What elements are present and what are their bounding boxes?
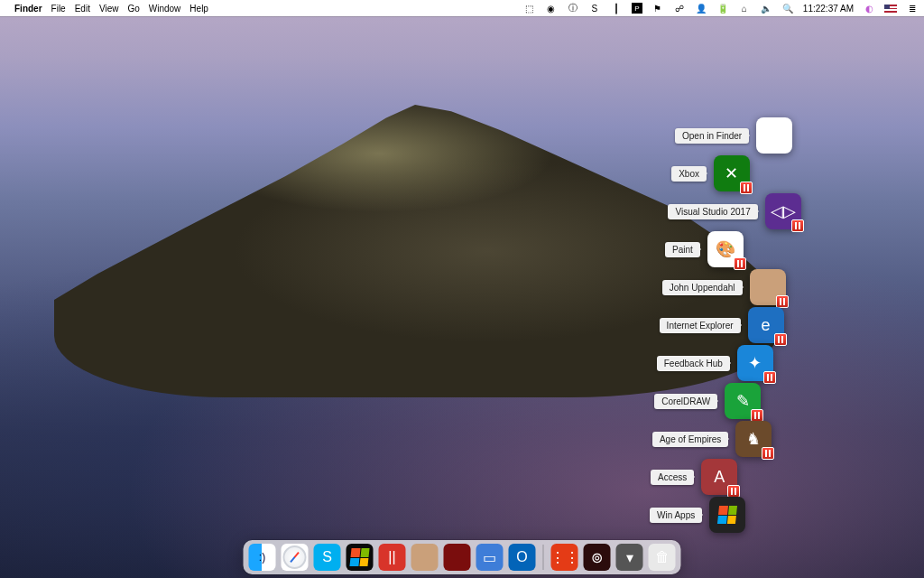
dropbox-icon[interactable]: ⬚ bbox=[523, 3, 536, 14]
menu-go[interactable]: Go bbox=[127, 4, 139, 14]
app-menu[interactable]: Finder bbox=[14, 4, 42, 14]
dock-parallels[interactable]: || bbox=[379, 544, 406, 571]
dock: S||▭O⋮⋮⊚▾🗑 bbox=[244, 540, 681, 574]
win-apps-icon bbox=[709, 497, 745, 533]
menu-edit[interactable]: Edit bbox=[75, 4, 90, 14]
menu-window[interactable]: Window bbox=[149, 4, 181, 14]
age-of-empires-icon: ♞ bbox=[735, 421, 772, 457]
coreldraw-icon: ✎ bbox=[725, 383, 761, 419]
dock-separator bbox=[543, 545, 544, 570]
bar-icon[interactable]: ┃ bbox=[610, 3, 623, 14]
siri-icon[interactable]: ◐ bbox=[863, 3, 875, 14]
battery-icon[interactable]: 🔋 bbox=[716, 3, 729, 14]
clock[interactable]: 11:22:37 AM bbox=[803, 4, 854, 14]
notification-center-icon[interactable]: ≣ bbox=[906, 3, 919, 14]
dock-outlook[interactable]: O bbox=[509, 544, 536, 571]
fan-label: Internet Explorer bbox=[660, 318, 741, 333]
dock-skype[interactable]: S bbox=[314, 544, 341, 571]
dock-windows[interactable] bbox=[346, 544, 374, 571]
shield-icon[interactable]: ⚑ bbox=[651, 3, 664, 14]
dock-display[interactable]: ▭ bbox=[476, 544, 504, 571]
visual-studio-icon: ◁▷ bbox=[765, 193, 801, 229]
feedback-hub-icon: ✦ bbox=[737, 345, 773, 381]
info-icon[interactable]: ⓘ bbox=[567, 3, 579, 14]
fan-label: Feedback Hub bbox=[657, 356, 730, 371]
fan-label: John Uppendahl bbox=[662, 280, 743, 295]
parallels-badge-icon bbox=[774, 333, 787, 346]
volume-icon[interactable]: 🔈 bbox=[760, 3, 772, 14]
input-flag-icon[interactable] bbox=[884, 5, 897, 13]
fan-label: Visual Studio 2017 bbox=[668, 204, 757, 219]
fan-item-access[interactable]: AAccess bbox=[651, 459, 737, 495]
fan-label: Paint bbox=[665, 242, 700, 257]
parallels-badge-icon bbox=[791, 219, 804, 232]
parallels-badge-icon bbox=[776, 295, 789, 308]
fan-item-xbox[interactable]: ✕Xbox bbox=[671, 155, 750, 191]
dock-adobe-cc[interactable]: ⊚ bbox=[584, 544, 611, 571]
fan-item-win-apps[interactable]: Win Apps bbox=[650, 497, 745, 533]
p-square-icon[interactable]: P bbox=[632, 3, 642, 14]
parallels-badge-icon bbox=[762, 447, 774, 460]
spotlight-icon[interactable]: 🔍 bbox=[781, 3, 794, 14]
fan-label: Open in Finder bbox=[675, 128, 749, 144]
fan-label: Win Apps bbox=[650, 508, 702, 523]
parallels-badge-icon bbox=[751, 409, 763, 422]
fan-item-feedback-hub[interactable]: ✦Feedback Hub bbox=[657, 345, 773, 381]
dock-media[interactable] bbox=[444, 544, 471, 571]
doc-icon[interactable]: ☍ bbox=[673, 3, 686, 14]
open-in-finder-icon: ↪ bbox=[756, 117, 792, 154]
dock-office[interactable]: ⋮⋮ bbox=[551, 544, 578, 571]
dock-win-apps-stack[interactable]: ▾ bbox=[616, 544, 643, 571]
fan-item-paint[interactable]: 🎨Paint bbox=[665, 231, 744, 267]
paint-icon: 🎨 bbox=[707, 231, 744, 267]
home-icon[interactable]: ⌂ bbox=[738, 3, 751, 14]
fan-label: Age of Empires bbox=[652, 432, 728, 447]
fan-item-coreldraw[interactable]: ✎CorelDRAW bbox=[654, 383, 761, 419]
parallels-badge-icon bbox=[727, 485, 740, 498]
menu-bar-right: ⬚ ◉ ⓘ S ┃ P ⚑ ☍ 👤 🔋 ⌂ 🔈 🔍 11:22:37 AM ◐ … bbox=[523, 3, 919, 14]
user-icon[interactable]: 👤 bbox=[695, 3, 707, 14]
menu-help[interactable]: Help bbox=[189, 4, 208, 14]
fan-item-visual-studio[interactable]: ◁▷Visual Studio 2017 bbox=[668, 193, 800, 229]
dock-safari[interactable] bbox=[282, 544, 309, 571]
fan-item-open-in-finder[interactable]: ↪Open in Finder bbox=[675, 117, 792, 154]
internet-explorer-icon: e bbox=[748, 307, 784, 343]
john-uppendahl-icon bbox=[750, 269, 786, 305]
fan-label: CorelDRAW bbox=[654, 394, 717, 409]
eye-icon[interactable]: ◉ bbox=[545, 3, 558, 14]
fan-item-john-uppendahl[interactable]: John Uppendahl bbox=[662, 269, 786, 305]
fan-label: Access bbox=[651, 470, 694, 485]
dock-trash[interactable]: 🗑 bbox=[649, 544, 676, 571]
s-icon[interactable]: S bbox=[588, 3, 601, 14]
access-icon: A bbox=[701, 459, 737, 495]
fan-item-age-of-empires[interactable]: ♞Age of Empires bbox=[652, 421, 772, 457]
parallels-badge-icon bbox=[734, 257, 746, 270]
dock-finder[interactable] bbox=[249, 544, 276, 571]
menu-bar: Finder File Edit View Go Window Help ⬚ ◉… bbox=[0, 0, 924, 16]
xbox-icon: ✕ bbox=[714, 155, 750, 191]
parallels-badge-icon bbox=[763, 371, 776, 384]
menu-file[interactable]: File bbox=[51, 4, 66, 14]
menu-view[interactable]: View bbox=[99, 4, 119, 14]
fan-item-internet-explorer[interactable]: eInternet Explorer bbox=[660, 307, 784, 343]
fan-label: Xbox bbox=[671, 166, 707, 182]
dock-contact[interactable] bbox=[411, 544, 439, 571]
menu-bar-left: Finder File Edit View Go Window Help bbox=[5, 4, 208, 14]
parallels-badge-icon bbox=[740, 182, 753, 194]
